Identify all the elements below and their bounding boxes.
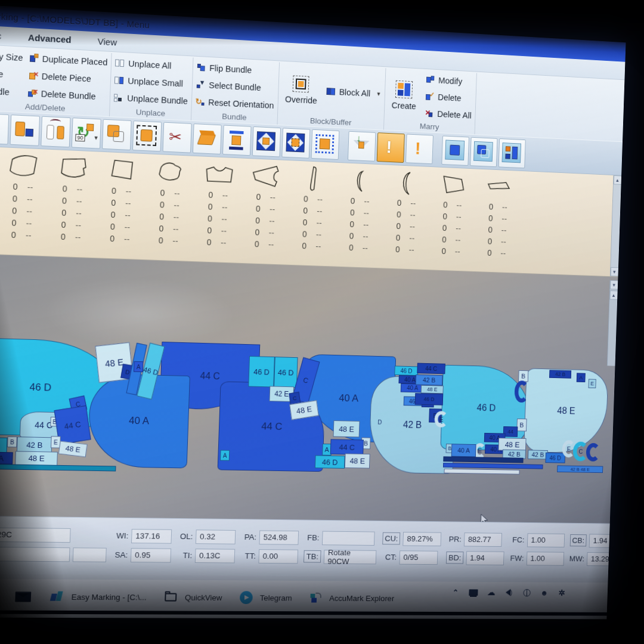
marker-workspace[interactable]: 46 D44 C40 A48 ED46 DAC44 CB44 C46 DB42 … [0, 254, 618, 524]
create-button[interactable]: Create [388, 70, 420, 122]
marker-piece-40a[interactable]: 40 A [0, 451, 13, 464]
monitor-icon[interactable] [467, 586, 479, 597]
asterisk-icon[interactable]: ✲ [556, 587, 568, 598]
accumark-icon[interactable] [306, 589, 324, 607]
status-field-value[interactable]: 882.77 [464, 532, 502, 547]
status-field-value[interactable]: 0.95 [131, 548, 171, 563]
piece-silhouette-icon[interactable] [106, 156, 139, 185]
status-field-value[interactable] [322, 531, 375, 545]
status-extra-box[interactable] [73, 547, 107, 562]
marker-piece[interactable] [444, 469, 519, 475]
marker-piece-48e[interactable]: 48 E [58, 441, 88, 457]
scroll-up-icon[interactable]: ▲ [609, 290, 618, 300]
marker-piece-42b48e[interactable]: 42 B 48 E [557, 465, 603, 473]
globe-icon[interactable] [521, 587, 532, 598]
piece-column[interactable]: 0--0--0--0--0-- [427, 167, 476, 271]
speaker-icon[interactable]: ) [503, 587, 515, 598]
marker-piece-a[interactable]: A [220, 450, 230, 461]
ribbon-item-reset-orientation[interactable]: ↻Reset Orientation [195, 97, 274, 110]
marker-piece-e[interactable]: E [434, 411, 448, 428]
dropdown-caret-icon[interactable]: ▼ [94, 135, 99, 141]
mail-icon[interactable] [14, 587, 33, 605]
piece-silhouette-icon[interactable] [298, 165, 330, 194]
toolbar-button-pieces-ob[interactable] [10, 114, 41, 146]
toolbar-button-piece-half[interactable] [0, 113, 9, 145]
toolbar-button-marry-2[interactable] [470, 137, 497, 167]
marker-piece-b[interactable]: B [516, 419, 527, 432]
toolbar-button-warn-active[interactable]: ! [377, 132, 405, 163]
marker-piece-48e[interactable]: 48 E [421, 385, 444, 394]
ribbon-item-modify[interactable]: Modify [426, 75, 473, 87]
status-field-value[interactable]: 48 [0, 546, 70, 562]
person-icon[interactable]: ☻ [538, 587, 550, 598]
marker-piece-46d[interactable]: 46 D [394, 366, 418, 376]
status-field-value[interactable]: 1.94 [589, 534, 626, 548]
piece-silhouette-icon[interactable] [345, 166, 376, 196]
ribbon-item-y-size[interactable]: y Size [0, 51, 23, 63]
ribbon-item-unplace-small[interactable]: Unplace Small [114, 75, 188, 88]
ribbon-item-e[interactable]: e [0, 69, 23, 80]
chevron-up-icon[interactable]: ⌃ [450, 586, 461, 598]
ribbon-item-delete-all[interactable]: ✕Delete All [425, 109, 472, 120]
marker-piece-46d[interactable]: 46 D [274, 357, 298, 388]
taskbar-app-quickview[interactable]: QuickView [162, 589, 222, 606]
marker-piece-46d[interactable]: 46 D [415, 393, 444, 405]
ribbon-item-unplace-bundle[interactable]: Unplace Bundle [114, 92, 188, 106]
toolbar-button-block-diamond[interactable] [252, 126, 281, 157]
toolbar-button-warn[interactable]: ! [405, 134, 434, 164]
piece-column[interactable]: 0--0--0--0--0-- [95, 152, 147, 260]
piece-column[interactable]: 0--0--0--0--0-- [45, 150, 98, 258]
marker-piece[interactable] [514, 380, 529, 402]
piece-column[interactable]: 0--0--0--0--0-- [473, 169, 522, 273]
piece-column[interactable]: 0--0--0--0--0-- [287, 160, 338, 266]
toolbar-button-block-diamond-dash[interactable] [281, 128, 310, 158]
marker-piece-46d[interactable]: 46 D [315, 455, 345, 468]
ribbon-item-delete-piece[interactable]: ✕Delete Piece [28, 71, 107, 85]
piece-silhouette-icon[interactable] [483, 173, 514, 202]
status-field-value[interactable]: 0/95 [400, 550, 438, 565]
status-field-value[interactable]: 1.94 [466, 551, 504, 565]
marker-piece-48e[interactable]: 48 E [15, 451, 58, 465]
taskbar-app-telegram[interactable]: Telegram [237, 589, 292, 606]
marker-piece-48e[interactable]: 48 E [345, 453, 370, 468]
piece-column[interactable]: 0--0--0--0--0-- [381, 165, 431, 270]
ribbon-item-delete[interactable]: ✓Delete [425, 92, 472, 104]
piece-column[interactable]: 0--0--0--0--0-- [143, 154, 195, 261]
tab-advanced[interactable]: Advanced [14, 29, 85, 48]
taskbar-mail-button[interactable] [14, 587, 33, 605]
taskbar-app-accumark-explorer[interactable]: AccuMark Explorer [306, 589, 394, 607]
marker-piece-a[interactable]: A [134, 361, 144, 372]
marker-piece[interactable] [443, 463, 543, 469]
marker-piece-e[interactable]: E [589, 379, 596, 388]
marker-piece-42b[interactable]: 42 B [549, 370, 571, 378]
marker-canvas[interactable]: 46 D44 C40 A48 ED46 DAC44 CB44 C46 DB42 … [0, 339, 615, 481]
toolbar-button-fold[interactable] [193, 123, 222, 154]
piece-column[interactable]: 0--0--0--0--0-- [335, 163, 385, 268]
status-field-value[interactable]: 0.00 [258, 549, 298, 564]
piece-silhouette-icon[interactable] [57, 153, 90, 184]
ribbon-item-delete-bundle[interactable]: ✕Delete Bundle [27, 88, 106, 102]
telegram-icon[interactable] [237, 589, 255, 606]
status-field-value[interactable]: 0.13C [195, 549, 235, 563]
ribbon-item-flip-bundle[interactable]: Flip Bundle [196, 63, 275, 76]
piece-silhouette-icon[interactable] [391, 169, 423, 198]
scroll-down-icon[interactable]: ▼ [610, 267, 618, 277]
piece-column[interactable]: 0--0--0--0--0-- [240, 159, 291, 265]
marker-piece-46d[interactable]: 46 D [248, 356, 275, 388]
piece-column[interactable]: 0--0--0--0--0-- [0, 147, 49, 256]
piece-silhouette-icon[interactable] [250, 162, 283, 192]
workspace-scrollbar[interactable]: ▼ ▲ [607, 280, 618, 366]
marker-piece-44c[interactable]: 44 C [417, 363, 445, 374]
ribbon-item-select-bundle[interactable]: ▼Select Bundle [196, 80, 274, 94]
ribbon-item-block-all[interactable]: Block All▼ [326, 86, 381, 98]
marker-piece-a[interactable]: A [577, 373, 586, 382]
piece-silhouette-icon[interactable] [7, 151, 41, 182]
marker-piece[interactable] [586, 443, 600, 462]
piece-silhouette-icon[interactable] [438, 171, 469, 200]
marker-piece-44c[interactable]: 44 C [330, 439, 364, 455]
piece-silhouette-icon[interactable] [203, 160, 236, 190]
toolbar-button-expand-v[interactable] [222, 125, 252, 156]
marker-piece-42b[interactable]: 42 B [17, 436, 52, 453]
marker-piece-d[interactable]: D [372, 413, 388, 431]
cloud-icon[interactable]: ☁ [485, 587, 497, 598]
